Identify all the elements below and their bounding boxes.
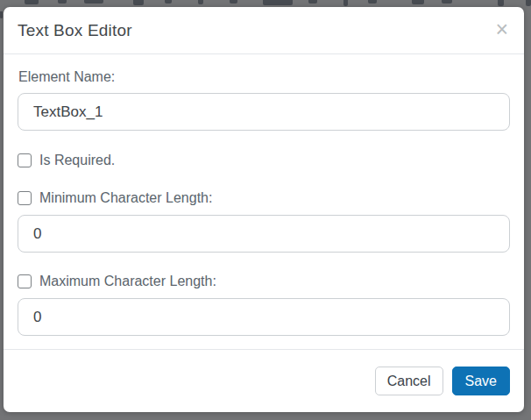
min-length-row: Minimum Character Length: — [18, 190, 510, 206]
background-text-fragment — [442, 0, 452, 4]
background-text-fragment — [498, 0, 504, 6]
background-text-fragment — [0, 11, 3, 18]
save-button[interactable]: Save — [452, 367, 510, 395]
background-text-fragment — [412, 0, 424, 4]
text-box-editor-modal: Text Box Editor × Element Name: Is Requi… — [4, 7, 524, 412]
background-text-fragment — [165, 0, 172, 4]
element-name-label: Element Name: — [18, 69, 510, 85]
background-text-fragment — [230, 0, 237, 4]
close-icon[interactable]: × — [493, 18, 510, 40]
background-text-fragment — [133, 0, 144, 5]
min-length-label: Minimum Character Length: — [39, 190, 212, 206]
max-length-input[interactable] — [18, 298, 510, 336]
min-length-input[interactable] — [18, 215, 510, 253]
background-text-fragment — [526, 0, 531, 6]
background-text-fragment — [368, 0, 377, 4]
background-text-fragment — [343, 0, 348, 6]
is-required-checkbox[interactable] — [18, 153, 32, 167]
is-required-row: Is Required. — [18, 153, 510, 168]
background-text-fragment — [84, 0, 103, 4]
element-name-input[interactable] — [18, 93, 510, 131]
max-length-checkbox[interactable] — [18, 274, 32, 288]
background-text-fragment — [58, 0, 67, 4]
is-required-label: Is Required. — [39, 153, 115, 168]
cancel-button[interactable]: Cancel — [375, 367, 443, 395]
background-text-fragment — [25, 0, 39, 4]
background-text-fragment — [308, 0, 317, 4]
modal-body: Element Name: Is Required. Minimum Chara… — [4, 54, 524, 349]
max-length-label: Maximum Character Length: — [39, 274, 216, 289]
background-text-fragment — [263, 0, 293, 5]
max-length-row: Maximum Character Length: — [18, 274, 510, 289]
modal-header: Text Box Editor × — [4, 7, 524, 54]
modal-title: Text Box Editor — [18, 21, 132, 40]
background-text-fragment — [198, 0, 203, 4]
min-length-checkbox[interactable] — [18, 191, 32, 205]
modal-footer: Cancel Save — [4, 349, 524, 412]
